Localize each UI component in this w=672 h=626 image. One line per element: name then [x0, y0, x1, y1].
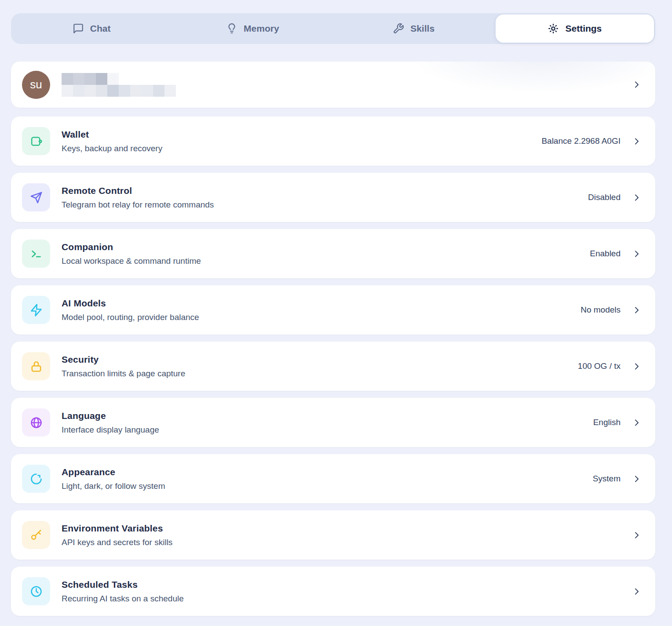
tab-settings-label: Settings	[565, 23, 602, 34]
row-subtitle: Model pool, routing, provider balance	[62, 313, 199, 322]
row-subtitle: Recurring AI tasks on a schedule	[62, 594, 184, 604]
settings-row-language[interactable]: Language Interface display language Engl…	[11, 398, 655, 447]
clock-icon	[22, 577, 50, 605]
row-title: Remote Control	[62, 186, 214, 196]
paper-plane-icon	[22, 183, 50, 211]
row-title: Companion	[62, 242, 201, 252]
chevron-right-icon	[632, 80, 641, 89]
settings-row-companion[interactable]: Companion Local workspace & command runt…	[11, 229, 655, 278]
chevron-right-icon	[632, 306, 641, 315]
key-icon	[22, 521, 50, 549]
row-title: Appearance	[62, 467, 165, 477]
companion-status: Enabled	[590, 249, 621, 258]
row-subtitle: Interface display language	[62, 425, 159, 435]
row-title: Environment Variables	[62, 523, 172, 534]
terminal-icon	[22, 240, 50, 268]
chevron-right-icon	[632, 531, 641, 540]
settings-row-environment-variables[interactable]: Environment Variables API keys and secre…	[11, 510, 655, 560]
wallet-balance-value: Balance 2.2968 A0GI	[541, 136, 621, 146]
chat-bubble-icon	[73, 23, 84, 34]
chevron-right-icon	[632, 587, 641, 596]
settings-row-scheduled-tasks[interactable]: Scheduled Tasks Recurring AI tasks on a …	[11, 567, 655, 616]
profile-row[interactable]: su	[11, 62, 655, 108]
wallet-icon	[22, 127, 50, 155]
sun-icon	[548, 23, 559, 34]
settings-row-appearance[interactable]: Appearance Light, dark, or follow system…	[11, 454, 655, 503]
tab-memory[interactable]: Memory	[172, 13, 333, 44]
lock-icon	[22, 352, 50, 380]
redacted-user-name	[62, 73, 176, 97]
language-value: English	[593, 418, 621, 427]
tab-chat-label: Chat	[90, 23, 111, 34]
appearance-value: System	[593, 474, 621, 484]
chevron-right-icon	[632, 249, 641, 258]
row-subtitle: Light, dark, or follow system	[62, 481, 165, 491]
tab-skills-label: Skills	[410, 23, 435, 34]
avatar: su	[22, 71, 50, 99]
chevron-right-icon	[632, 362, 641, 371]
chevron-right-icon	[632, 137, 641, 146]
row-subtitle: Keys, backup and recovery	[62, 144, 162, 153]
settings-row-security[interactable]: Security Transaction limits & page captu…	[11, 342, 655, 391]
row-title: Wallet	[62, 129, 162, 140]
row-subtitle: API keys and secrets for skills	[62, 538, 172, 547]
chevron-right-icon	[632, 418, 641, 427]
ai-models-status: No models	[581, 305, 621, 315]
wrench-icon	[393, 23, 404, 34]
tab-memory-label: Memory	[244, 23, 279, 34]
row-title: Scheduled Tasks	[62, 579, 184, 590]
row-title: Security	[62, 354, 185, 365]
security-limit-value: 100 OG / tx	[578, 361, 621, 371]
lightning-icon	[22, 296, 50, 324]
tab-settings[interactable]: Settings	[496, 15, 654, 43]
theme-cycle-icon	[22, 465, 50, 493]
row-title: Language	[62, 411, 159, 421]
settings-row-remote-control[interactable]: Remote Control Telegram bot relay for re…	[11, 173, 655, 222]
chevron-right-icon	[632, 193, 641, 202]
globe-icon	[22, 408, 50, 437]
remote-control-status: Disabled	[588, 193, 621, 202]
chevron-right-icon	[632, 474, 641, 484]
settings-page: Chat Memory Skills Settings	[0, 0, 672, 616]
row-subtitle: Telegram bot relay for remote commands	[62, 200, 214, 210]
row-title: AI Models	[62, 298, 199, 309]
tab-skills[interactable]: Skills	[333, 13, 494, 44]
tab-chat[interactable]: Chat	[11, 13, 172, 44]
settings-row-ai-models[interactable]: AI Models Model pool, routing, provider …	[11, 285, 655, 335]
row-subtitle: Local workspace & command runtime	[62, 256, 201, 266]
top-tab-bar: Chat Memory Skills Settings	[11, 13, 655, 44]
settings-row-wallet[interactable]: Wallet Keys, backup and recovery Balance…	[11, 116, 655, 166]
lightbulb-icon	[226, 23, 237, 34]
row-subtitle: Transaction limits & page capture	[62, 369, 185, 379]
